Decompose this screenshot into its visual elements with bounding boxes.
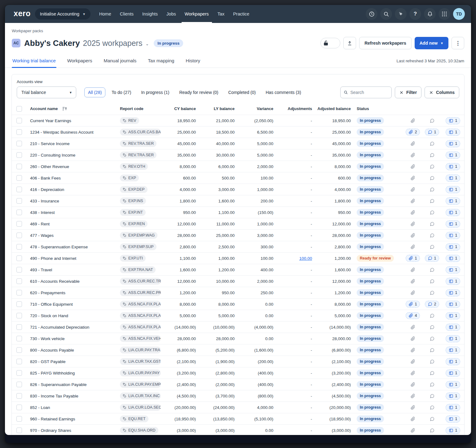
comment-icon[interactable] (430, 233, 434, 238)
adjustments[interactable]: 100.00 (274, 256, 313, 261)
row-checkbox[interactable] (16, 233, 22, 238)
filter-chip-ready-for-review[interactable]: Ready for review (0) (175, 87, 222, 97)
workpapers-count-badge[interactable]: 1 (446, 404, 461, 411)
report-code-badge[interactable]: ASS.CUR.REC.TRA (120, 278, 161, 285)
filter-button[interactable]: Filter (395, 86, 421, 98)
report-code-badge[interactable]: EXP.EMP.WAG (120, 232, 157, 239)
nav-item-workpapers[interactable]: Workpapers (184, 5, 209, 23)
column-header-status[interactable]: Status (351, 106, 403, 111)
row-checkbox[interactable] (16, 290, 22, 295)
comment-icon[interactable] (430, 118, 434, 123)
row-checkbox[interactable] (16, 255, 22, 261)
paperclip-icon[interactable] (411, 279, 415, 284)
workpapers-count-badge[interactable]: 1 (446, 197, 461, 205)
workpapers-count-badge[interactable]: 1 (446, 220, 461, 228)
paperclip-icon[interactable] (411, 118, 415, 123)
row-checkbox[interactable] (16, 244, 22, 250)
workpapers-count-badge[interactable]: 1 (446, 301, 461, 308)
paperclip-icon[interactable] (411, 164, 415, 169)
account-name[interactable]: 478 - Superannuation Expense (30, 245, 120, 249)
workpapers-count-badge[interactable]: 1 (446, 152, 461, 159)
comment-icon[interactable] (430, 164, 434, 169)
paperclip-icon[interactable] (411, 187, 415, 192)
row-checkbox[interactable] (16, 187, 22, 192)
attachments-count-badge[interactable]: 4 (406, 312, 420, 319)
report-code-badge[interactable]: LIA.CUR.TAX.GST (120, 358, 161, 365)
workpapers-count-badge[interactable]: 1 (446, 255, 461, 262)
row-checkbox[interactable] (16, 347, 22, 353)
tab-history[interactable]: History (185, 55, 201, 68)
account-name[interactable]: 610 - Accounts Receivable (30, 279, 120, 284)
export-button[interactable] (343, 37, 356, 49)
user-avatar[interactable]: TD (453, 8, 465, 20)
workpapers-count-badge[interactable]: 1 (446, 175, 461, 182)
account-name[interactable]: 825 - PAYG Withholding (30, 371, 120, 375)
row-checkbox[interactable] (16, 118, 22, 123)
select-all-checkbox[interactable] (16, 106, 22, 112)
nav-item-clients[interactable]: Clients (119, 5, 134, 23)
row-checkbox[interactable] (16, 221, 22, 227)
report-code-badge[interactable]: EQU.SHA.ORD (120, 427, 158, 434)
account-name[interactable]: 220 - Consulting Income (30, 153, 120, 157)
comment-icon[interactable] (430, 187, 434, 192)
account-name[interactable]: 433 - Insurance (30, 199, 120, 203)
account-name[interactable]: 720 - Stock on Hand (30, 313, 120, 318)
tab-tax-mapping[interactable]: Tax mapping (147, 55, 175, 68)
comment-icon[interactable] (430, 348, 434, 353)
column-header-report-code[interactable]: Report code (120, 106, 173, 111)
column-header-ly-balance[interactable]: LY balance (196, 106, 235, 111)
paperclip-icon[interactable] (411, 325, 415, 330)
filter-chip-to-do[interactable]: To do (27) (108, 87, 135, 97)
row-checkbox[interactable] (16, 416, 22, 422)
paperclip-icon[interactable] (411, 176, 415, 180)
comment-icon[interactable] (430, 417, 434, 421)
comment-icon[interactable] (430, 313, 434, 318)
report-code-badge[interactable]: EXP.REN (120, 220, 148, 227)
attachments-count-badge[interactable]: 2 (406, 129, 420, 135)
account-name[interactable]: 406 - Bank Fees (30, 176, 120, 180)
tab-workpapers[interactable]: Workpapers (67, 55, 93, 68)
columns-button[interactable]: Columns (425, 86, 459, 98)
report-code-badge[interactable]: ASS.NCA.FIX.PLA (120, 312, 161, 319)
column-header-variance[interactable]: Variance (235, 106, 274, 111)
column-header-adjusted-balance[interactable]: Adjusted balance (313, 106, 351, 111)
account-name[interactable]: 210 - Service Income (30, 141, 120, 146)
account-name[interactable]: 852 - Loan (30, 405, 120, 410)
workpapers-count-badge[interactable]: 1 (446, 163, 461, 170)
apps-grid-icon[interactable] (439, 8, 450, 20)
row-checkbox[interactable] (16, 370, 22, 376)
report-code-badge[interactable]: REV (120, 117, 139, 124)
column-header-adjustments[interactable]: Adjustments (274, 106, 313, 111)
report-code-badge[interactable]: EXP.INT (120, 209, 146, 216)
account-name[interactable]: 830 - Income Tax Payable (30, 394, 120, 398)
help-icon[interactable]: ? (409, 8, 421, 20)
row-checkbox[interactable] (16, 301, 22, 307)
report-code-badge[interactable]: LIA.CUR.PAY.TRA (120, 347, 161, 353)
paperclip-icon[interactable] (411, 210, 415, 215)
workpapers-count-badge[interactable]: 1 (446, 415, 461, 423)
org-switcher[interactable]: Initialise Accounting ▼ (35, 8, 90, 20)
paperclip-icon[interactable] (411, 428, 415, 433)
account-name[interactable]: 710 - Office Equipment (30, 302, 120, 307)
tab-working-trial-balance[interactable]: Working trial balance (12, 55, 56, 68)
row-checkbox[interactable] (16, 393, 22, 399)
row-checkbox[interactable] (16, 175, 22, 181)
paperclip-icon[interactable] (411, 268, 415, 272)
row-checkbox[interactable] (16, 141, 22, 146)
account-name[interactable]: 730 - Work vehicle (30, 336, 120, 341)
report-code-badge[interactable]: LIA.CUR.TAX.INC (120, 393, 161, 399)
row-checkbox[interactable] (16, 428, 22, 433)
account-name[interactable]: Current Year Earnings (30, 118, 120, 123)
column-header-cy-balance[interactable]: CY balance (173, 106, 196, 111)
workpapers-count-badge[interactable]: 1 (446, 266, 461, 273)
comment-icon[interactable] (430, 141, 434, 146)
report-code-badge[interactable]: ASS.NCA.FIX.PLA (120, 301, 161, 308)
workpapers-count-badge[interactable]: 1 (446, 117, 461, 124)
nav-item-insights[interactable]: Insights (142, 5, 158, 23)
comment-icon[interactable] (430, 291, 434, 295)
workpapers-count-badge[interactable]: 1 (446, 324, 461, 331)
paperclip-icon[interactable] (411, 336, 415, 341)
comment-icon[interactable] (430, 153, 434, 157)
comment-icon[interactable] (430, 382, 434, 387)
account-name[interactable]: 620 - Prepayments (30, 291, 120, 295)
